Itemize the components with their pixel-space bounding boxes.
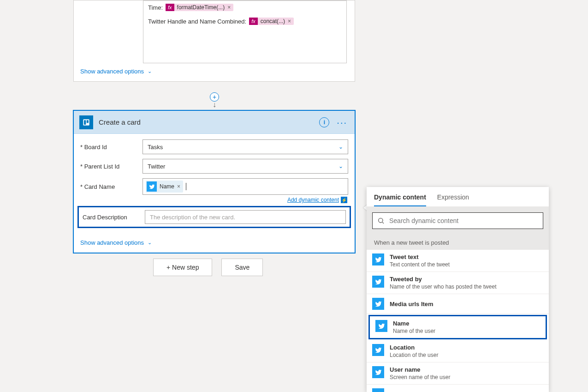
dynamic-content-item[interactable]: Tweeted byName of the user who has poste…	[367, 272, 549, 294]
fx-icon: fx	[249, 18, 258, 25]
tab-dynamic-content[interactable]: Dynamic content	[374, 193, 426, 206]
desc-placeholder: The description of the new card.	[150, 214, 235, 221]
advanced-label: Show advanced options	[80, 68, 144, 75]
board-id-label: * Board Id	[80, 144, 143, 151]
dynamic-content-item[interactable]: Tweet textText content of the tweet	[367, 250, 549, 272]
item-text: Tweeted byName of the user who has poste…	[390, 276, 496, 290]
item-title: Tweeted by	[390, 276, 496, 283]
time-fx-text: formatDateTime(...)	[177, 4, 225, 11]
remove-chip-icon[interactable]: ×	[227, 4, 231, 11]
add-step-button[interactable]: +	[210, 92, 219, 102]
tab-expression[interactable]: Expression	[437, 193, 469, 206]
board-id-dropdown[interactable]: Tasks ⌄	[143, 139, 348, 154]
card-name-label: * Card Name	[80, 183, 143, 190]
add-dynamic-content-link[interactable]: Add dynamic content ⚡	[287, 197, 347, 203]
dynamic-content-link-row: Add dynamic content ⚡	[80, 197, 348, 203]
show-advanced-link[interactable]: Show advanced options ⌄	[80, 239, 152, 246]
remove-token-icon[interactable]: ×	[177, 183, 180, 190]
dynamic-content-item[interactable]: LocationLocation of the user	[367, 340, 549, 362]
advanced-label: Show advanced options	[80, 239, 144, 246]
parent-list-label: * Parent List Id	[80, 163, 143, 170]
svg-line-4	[382, 222, 384, 223]
twitter-icon	[372, 344, 384, 356]
item-desc: Name of the user	[393, 328, 435, 334]
time-row: Time: fx formatDateTime(...) ×	[148, 4, 342, 11]
previous-action-card: Time: fx formatDateTime(...) × Twitter H…	[73, 0, 355, 82]
info-icon[interactable]: i	[319, 117, 329, 127]
bottom-buttons: + New step Save	[153, 259, 263, 276]
remove-chip-icon[interactable]: ×	[288, 18, 291, 24]
chevron-down-icon: ⌄	[148, 240, 152, 246]
svg-rect-2	[87, 120, 89, 123]
item-text: NameName of the user	[393, 320, 435, 334]
flow-connector: + ↓	[210, 92, 219, 111]
parent-list-dropdown[interactable]: Twitter ⌄	[143, 159, 348, 174]
dynamic-content-item[interactable]: Description	[367, 385, 549, 392]
item-text: User nameScreen name of the user	[390, 366, 450, 380]
create-card-action: Create a card i ··· * Board Id Tasks ⌄ *…	[73, 110, 356, 253]
items-list[interactable]: Tweet textText content of the tweetTweet…	[367, 250, 549, 392]
new-step-button[interactable]: + New step	[153, 259, 212, 276]
arrow-down-icon: ↓	[213, 101, 216, 109]
item-desc: Screen name of the user	[390, 374, 450, 380]
card-description-input[interactable]: The description of the new card.	[145, 210, 346, 224]
section-header: When a new tweet is posted	[367, 235, 549, 250]
show-advanced-link[interactable]: Show advanced options ⌄	[80, 68, 152, 75]
action-menu-button[interactable]: ···	[335, 120, 349, 125]
card-name-row: * Card Name Name ×	[80, 178, 348, 195]
handle-fx-text: concat(...)	[261, 18, 285, 24]
dynamic-content-icon: ⚡	[341, 197, 347, 203]
item-title: User name	[390, 366, 450, 373]
panel-tabs: Dynamic content Expression	[367, 187, 549, 207]
previous-action-body: Time: fx formatDateTime(...) × Twitter H…	[74, 0, 355, 63]
trello-icon	[79, 115, 93, 129]
chevron-down-icon: ⌄	[339, 163, 343, 169]
dynamic-content-item[interactable]: User nameScreen name of the user	[367, 362, 549, 385]
handle-fx-chip[interactable]: fx concat(...) ×	[249, 18, 294, 25]
parent-list-value: Twitter	[148, 163, 165, 170]
twitter-icon	[375, 320, 387, 332]
board-id-row: * Board Id Tasks ⌄	[80, 139, 348, 154]
item-title: Media urls Item	[390, 301, 434, 308]
twitter-icon	[372, 253, 384, 265]
item-text: LocationLocation of the user	[390, 344, 438, 358]
time-label: Time:	[148, 4, 163, 11]
item-desc: Name of the user who has posted the twee…	[390, 283, 496, 290]
item-desc: Text content of the tweet	[390, 261, 450, 268]
search-icon	[377, 217, 385, 224]
dynamic-content-panel: Dynamic content Expression When a new tw…	[367, 187, 549, 392]
action-header[interactable]: Create a card i ···	[74, 111, 355, 134]
search-box[interactable]	[372, 212, 543, 229]
save-button[interactable]: Save	[221, 259, 263, 276]
twitter-icon	[147, 181, 157, 192]
parent-list-row: * Parent List Id Twitter ⌄	[80, 159, 348, 174]
dynamic-content-item[interactable]: NameName of the user	[368, 315, 547, 339]
dyn-link-text: Add dynamic content	[287, 197, 339, 203]
search-input[interactable]	[389, 217, 538, 224]
svg-point-3	[379, 218, 383, 223]
search-wrap	[367, 207, 549, 235]
time-fx-chip[interactable]: fx formatDateTime(...) ×	[166, 4, 233, 11]
previous-input-box[interactable]: Time: fx formatDateTime(...) × Twitter H…	[143, 0, 347, 63]
name-token[interactable]: Name ×	[146, 181, 183, 193]
item-title: Name	[393, 320, 435, 327]
chevron-down-icon: ⌄	[148, 68, 152, 74]
item-title: Tweet text	[390, 253, 450, 260]
item-title: Location	[390, 344, 438, 351]
twitter-icon	[372, 366, 384, 378]
action-form: * Board Id Tasks ⌄ * Parent List Id Twit…	[74, 134, 355, 236]
item-desc: Location of the user	[390, 352, 438, 358]
card-name-input[interactable]: Name ×	[143, 178, 348, 195]
card-description-highlight: Card Description The description of the …	[77, 206, 351, 228]
dynamic-content-item[interactable]: Media urls Item	[367, 294, 549, 314]
twitter-icon	[372, 298, 384, 310]
handle-row: Twitter Handle and Name Combined: fx con…	[148, 18, 342, 25]
fx-icon: fx	[166, 4, 174, 11]
chevron-down-icon: ⌄	[339, 144, 343, 150]
handle-label: Twitter Handle and Name Combined:	[148, 18, 246, 25]
token-text: Name	[160, 183, 174, 190]
action-title: Create a card	[99, 118, 314, 126]
item-text: Media urls Item	[390, 301, 434, 308]
text-cursor	[186, 183, 186, 190]
board-id-value: Tasks	[148, 144, 163, 151]
